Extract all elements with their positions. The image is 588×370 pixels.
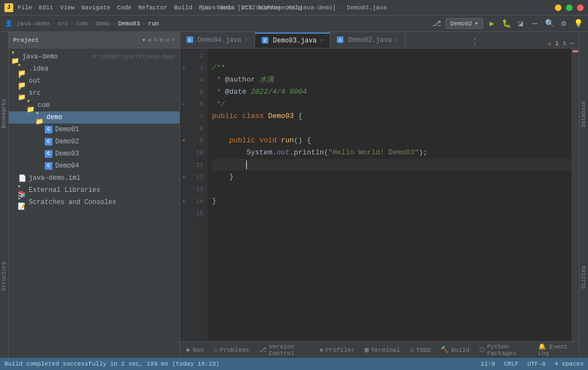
menu-code[interactable]: Code bbox=[117, 4, 131, 11]
run-config[interactable]: Demo02 ▾ bbox=[446, 18, 483, 29]
maximize-button[interactable] bbox=[566, 4, 573, 11]
debug-button[interactable]: 🐛 bbox=[501, 18, 512, 29]
breadcrumb-src[interactable]: src bbox=[57, 20, 68, 27]
breadcrumb-project[interactable]: java-demo bbox=[17, 20, 49, 27]
tree-item-out[interactable]: ▾📁 out bbox=[9, 75, 179, 87]
warning-count: ⚠ 1 bbox=[548, 40, 559, 47]
demo-folder-icon: ▾📁 bbox=[35, 113, 44, 122]
project-panel-title: Project bbox=[13, 37, 140, 44]
tree-item-demo03[interactable]: C Demo03 bbox=[9, 148, 179, 160]
tree-item-scratches[interactable]: ▸📝 Scratches and Consoles bbox=[9, 196, 179, 208]
terminal-tab[interactable]: ▦ Terminal bbox=[361, 343, 405, 357]
tree-item-com[interactable]: ▾📁 com bbox=[9, 99, 179, 111]
minimize-button[interactable] bbox=[555, 4, 561, 11]
build-tab[interactable]: 🔨 Build bbox=[436, 343, 474, 357]
tab-demo04[interactable]: C Demo04.java × bbox=[180, 33, 255, 48]
add-icon[interactable]: ⊕ bbox=[148, 36, 152, 44]
tree-item-demo02[interactable]: C Demo02 bbox=[9, 136, 179, 148]
src-folder-icon: ▾📁 bbox=[18, 89, 27, 98]
menu-view[interactable]: View bbox=[60, 4, 75, 11]
demo01-label: Demo01 bbox=[55, 126, 175, 133]
tab-overflow-menu[interactable]: ⋮ bbox=[466, 37, 484, 48]
run-button[interactable]: ▶ bbox=[486, 18, 497, 29]
group-icon[interactable]: ⊞ bbox=[160, 36, 163, 44]
tab-demo03[interactable]: C Demo03.java × bbox=[255, 33, 330, 48]
menu-navigate[interactable]: Navigate bbox=[81, 4, 110, 11]
python-packages-tab[interactable]: ⬡ Python Packages bbox=[475, 343, 532, 357]
problems-tab[interactable]: ⚠ Problems bbox=[209, 343, 253, 357]
tree-item-iml[interactable]: 📄 java-demo.iml bbox=[9, 172, 179, 184]
settings-button[interactable]: ⚙ bbox=[558, 18, 569, 29]
menu-edit[interactable]: Edit bbox=[39, 4, 53, 11]
editor-expand-icon[interactable]: ⋯ bbox=[570, 39, 575, 48]
iml-label: java-demo.iml bbox=[29, 174, 175, 182]
nav-bar: 👤 java-demo › src › com › demo › Demo03 … bbox=[0, 15, 588, 32]
code-line-5: * @date 2022/4/4 0004 bbox=[212, 86, 571, 98]
vcs-tab-icon: ⎇ bbox=[259, 346, 267, 354]
tab-demo04-close[interactable]: × bbox=[245, 37, 248, 44]
editor-empty-space[interactable] bbox=[212, 219, 571, 330]
tree-item-extlibs[interactable]: ▸📚 External Libraries bbox=[9, 184, 179, 196]
tab-demo02[interactable]: C Demo02.java × bbox=[330, 33, 405, 48]
tab-demo03-close[interactable]: × bbox=[320, 38, 323, 44]
close-panel-icon[interactable]: × bbox=[171, 36, 175, 44]
tab-demo03-label: Demo03.java bbox=[273, 37, 316, 45]
run-tab-icon: ▶ bbox=[187, 346, 190, 354]
tree-item-idea[interactable]: ▸📁 .idea bbox=[9, 63, 179, 75]
project-panel-actions[interactable]: ⊕ ≡ ⊞ ⚙ × bbox=[148, 36, 175, 44]
bookmarks-label[interactable]: Bookmarks bbox=[1, 96, 7, 131]
breadcrumb-class[interactable]: Demo03 bbox=[118, 20, 140, 27]
collapse-icon[interactable]: ≡ bbox=[154, 36, 158, 44]
cursor-position: 11:9 bbox=[480, 361, 495, 367]
code-line-9: public void run() { bbox=[212, 135, 571, 147]
search-button[interactable]: 🔍 bbox=[544, 18, 555, 29]
indent-setting[interactable]: 4 spaces bbox=[554, 361, 584, 367]
title-bar: J File Edit View Navigate Code Refactor … bbox=[0, 0, 588, 15]
settings-icon[interactable]: ⚙ bbox=[166, 36, 169, 44]
src-label: src bbox=[29, 89, 175, 97]
event-log-label[interactable]: 🔔 Event Log bbox=[538, 343, 573, 357]
tree-item-demo01[interactable]: C Demo01 bbox=[9, 124, 179, 136]
window-controls[interactable] bbox=[555, 4, 584, 11]
line-ending[interactable]: CRLF bbox=[504, 361, 518, 367]
breadcrumb-method[interactable]: run bbox=[148, 20, 159, 27]
help-button[interactable]: 💡 bbox=[573, 18, 584, 29]
build-tab-icon: 🔨 bbox=[441, 346, 449, 354]
menu-build[interactable]: Build bbox=[174, 4, 192, 11]
code-editor[interactable]: /** * @author 水滴 * @date 2022/4/4 0004 *… bbox=[208, 49, 571, 341]
profiler-tab-icon: ◈ bbox=[319, 346, 323, 354]
problems-tab-icon: ⚠ bbox=[214, 346, 218, 354]
todo-tab[interactable]: ☑ TODO bbox=[406, 343, 436, 357]
tree-item-root[interactable]: ▾📁 java-demo D:\IdeaProjects\java-demo bbox=[9, 51, 179, 63]
file-charset[interactable]: UTF-8 bbox=[527, 361, 545, 367]
tree-item-demo04[interactable]: C Demo04 bbox=[9, 160, 179, 172]
nav-icon-search[interactable]: 👤 bbox=[4, 19, 13, 28]
idea-folder-icon: ▸📁 bbox=[18, 65, 27, 73]
version-control-tab[interactable]: ⎇ Version Control bbox=[255, 343, 314, 357]
database-label[interactable]: Database bbox=[581, 99, 587, 130]
breadcrumb-com[interactable]: com bbox=[76, 20, 87, 27]
breadcrumb-demo[interactable]: demo bbox=[96, 20, 110, 27]
coverage-button[interactable]: ◪ bbox=[515, 18, 526, 29]
tab-bar: C Demo04.java × C Demo03.java × C Demo02… bbox=[180, 32, 579, 49]
menu-file[interactable]: File bbox=[18, 4, 32, 11]
menu-refactor[interactable]: Refactor bbox=[138, 4, 167, 11]
sciview-label[interactable]: SciView bbox=[581, 264, 587, 291]
editor-content[interactable]: 2 ▾3 4 5 ▾6 7 8 ▾9 10 11 ▾12 13 ▾14 15 bbox=[180, 49, 579, 341]
run-config-dropdown-icon[interactable]: ▾ bbox=[474, 20, 478, 27]
code-line-13 bbox=[212, 183, 571, 195]
editor-settings-icon[interactable]: ∧ bbox=[562, 39, 566, 48]
close-button[interactable] bbox=[577, 4, 584, 11]
structure-label[interactable]: Structure bbox=[1, 259, 7, 293]
text-cursor bbox=[246, 160, 247, 169]
root-folder-icon: ▾📁 bbox=[11, 52, 20, 61]
terminal-tab-label: Terminal bbox=[371, 347, 400, 353]
project-dropdown-icon[interactable]: ▾ bbox=[142, 36, 146, 44]
demo01-class-icon: C bbox=[44, 125, 53, 134]
tab-demo02-close[interactable]: × bbox=[395, 37, 399, 44]
vcs-icon[interactable]: ⎇ bbox=[431, 18, 442, 29]
more-actions-button[interactable]: ⋯ bbox=[529, 18, 541, 29]
line-number-gutter: 2 ▾3 4 5 ▾6 7 8 ▾9 10 11 ▾12 13 ▾14 15 bbox=[180, 49, 208, 341]
profiler-tab[interactable]: ◈ Profiler bbox=[315, 343, 359, 357]
run-tab[interactable]: ▶ Run bbox=[182, 343, 208, 357]
